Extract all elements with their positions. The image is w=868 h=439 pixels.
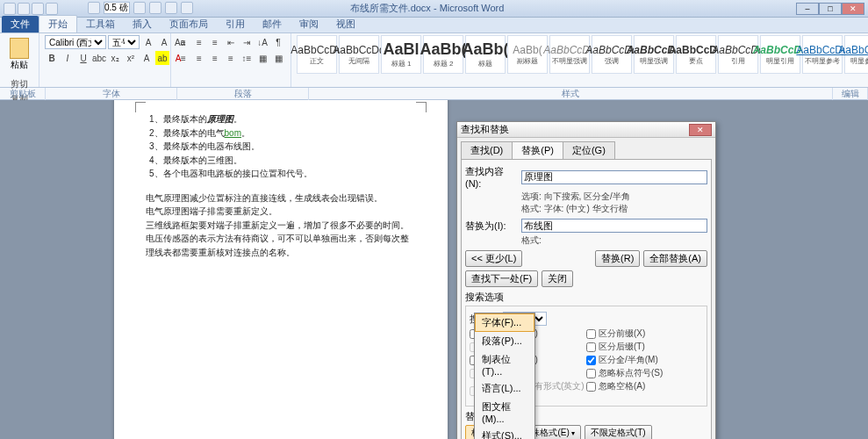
margin-marker-tr [416,102,427,112]
chk-fullhalf[interactable] [586,356,596,365]
qat-btn2[interactable] [133,2,146,14]
tab-insert[interactable]: 插入 [124,16,161,32]
style-nospacing[interactable]: AaBbCcDd无间隔 [339,35,379,74]
menu-tabs[interactable]: 制表位(T)... [475,350,534,379]
ribbon-tabs: 文件 开始 工具箱 插入 页面布局 引用 邮件 审阅 视图 [0,18,868,33]
redo-icon[interactable] [46,3,58,15]
qat [4,3,58,15]
align-justify-icon[interactable]: ≡ [224,51,238,65]
menu-paragraph[interactable]: 段落(P)... [475,332,534,350]
strike-icon[interactable]: abc [92,51,106,65]
style-intense-ref[interactable]: AaBbCcDd明显参考 [844,35,868,74]
tab-review[interactable]: 审阅 [291,16,327,32]
cancel-button[interactable]: 关闭 [542,270,573,287]
list-item: 3、最终版本的电器布线图。 [146,140,416,154]
ribbon-group-labels: 剪贴板 字体 段落 样式 编辑 [0,88,868,100]
qat-btn1[interactable] [88,2,100,14]
sup-icon[interactable]: x² [124,51,138,65]
tab-replace[interactable]: 替换(P) [512,141,563,159]
align-right-icon[interactable]: ≡ [208,51,222,65]
find-next-button[interactable]: 查找下一处(F) [465,270,538,287]
dialog-titlebar[interactable]: 查找和替换 ✕ [457,122,715,138]
replace-one-button[interactable]: 替换(R) [595,250,640,267]
font-size-select[interactable]: 五号 [108,35,140,49]
paste-button[interactable]: 粘贴 [5,35,33,74]
undo-icon[interactable] [32,3,44,15]
find-input[interactable] [521,170,707,184]
style-subtle-ref[interactable]: AaBbCcDd不明显参考 [802,35,843,74]
noformat-button[interactable]: 不限定格式(T) [585,425,652,439]
word-icon[interactable] [4,3,16,15]
replace-input[interactable] [521,219,707,233]
bold-icon[interactable]: B [45,51,59,65]
multilevel-icon[interactable]: ≡ [208,35,222,49]
maximize-button[interactable]: □ [819,3,842,15]
menu-language[interactable]: 语言(L)... [475,379,534,398]
menu-font[interactable]: 字体(F)... [475,313,534,332]
group-paragraph: ≡ ≡ ≡ ⇤ ⇥ ↓A ¶ ≡ ≡ ≡ ≡ ↕≡ ▦ ▦ [171,33,291,87]
style-gallery[interactable]: AaBbCcDd正文 AaBbCcDd无间隔 AaBl标题 1 AaBb(标题 … [297,35,868,74]
tab-home[interactable]: 开始 [39,15,77,32]
chk-suffix[interactable] [586,342,596,352]
indent-dec-icon[interactable]: ⇤ [224,35,238,49]
align-center-icon[interactable]: ≡ [192,51,206,65]
chk-prefix[interactable] [586,329,596,339]
shading-icon[interactable]: ▦ [255,51,269,65]
margin-marker-tl [135,102,146,112]
tab-references[interactable]: 引用 [217,16,254,32]
tab-pagelayout[interactable]: 页面布局 [161,16,217,32]
qat-size-input[interactable] [104,2,130,14]
replace-all-button[interactable]: 全部替换(A) [643,250,707,267]
style-strong[interactable]: AaBbCcDd要点 [676,35,716,74]
style-intense-quote[interactable]: AaBbCcDd明显引用 [760,35,800,74]
menu-frame[interactable]: 图文框(M)... [475,398,534,427]
line-spacing-icon[interactable]: ↕≡ [240,51,254,65]
underline-icon[interactable]: U [76,51,90,65]
show-marks-icon[interactable]: ¶ [271,35,285,49]
sort-icon[interactable]: ↓A [255,35,269,49]
save-icon[interactable] [18,3,30,15]
page[interactable]: 1、最终版本的原理图。 2、最终版本的电气bom。 3、最终版本的电器布线图。 … [114,100,448,439]
minimize-button[interactable]: – [796,3,819,15]
style-title[interactable]: AaBb(标题 [465,35,506,74]
borders-icon[interactable]: ▦ [271,51,285,65]
style-h1[interactable]: AaBl标题 1 [381,35,421,74]
tab-toolbox[interactable]: 工具箱 [77,16,124,32]
doc-list: 1、最终版本的原理图。 2、最终版本的电气bom。 3、最终版本的电器布线图。 … [146,112,416,181]
qat-btn4[interactable] [165,2,177,14]
style-subtitle[interactable]: AaBb(副标题 [507,35,548,74]
list-item: 4、最终版本的三维图。 [146,154,416,168]
dialog-close-button[interactable]: ✕ [689,124,712,136]
paste-icon [10,38,29,59]
tab-view[interactable]: 视图 [327,16,364,32]
replace-label: 替换为(I): [465,220,518,233]
style-normal[interactable]: AaBbCcDd正文 [297,35,337,74]
align-left-icon[interactable]: ≡ [176,51,190,65]
group-font: Calibri (西文 五号 A A Aa B I U abc x₂ x² A … [39,33,171,87]
tab-mailings[interactable]: 邮件 [254,16,291,32]
numbering-icon[interactable]: ≡ [192,35,206,49]
text-effect-icon[interactable]: A [140,51,154,65]
chk-space[interactable] [586,382,596,392]
italic-icon[interactable]: I [61,51,75,65]
qat-btn3[interactable] [149,2,161,14]
dialog-tabs: 查找(D) 替换(P) 定位(G) [461,141,712,159]
grow-font-icon[interactable]: A [141,35,155,49]
shrink-font-icon[interactable]: A [157,35,171,49]
close-button[interactable]: ✕ [842,3,864,15]
font-name-select[interactable]: Calibri (西文 [45,35,106,49]
indent-inc-icon[interactable]: ⇥ [240,35,254,49]
chk-punct[interactable] [586,369,596,378]
tab-goto[interactable]: 定位(G) [563,141,615,159]
sub-icon[interactable]: x₂ [108,51,122,65]
menu-style[interactable]: 样式(S)... [475,427,534,439]
style-subtle-emph[interactable]: AaBbCcDd不明显强调 [549,35,590,74]
paste-label: 粘贴 [11,59,28,71]
highlight-icon[interactable]: ab [155,51,169,65]
style-h2[interactable]: AaBb(标题 2 [423,35,463,74]
tab-find[interactable]: 查找(D) [461,141,513,159]
qat-btn5[interactable] [181,2,193,14]
less-button[interactable]: << 更少(L) [465,250,522,267]
tab-file[interactable]: 文件 [2,16,39,32]
bullets-icon[interactable]: ≡ [176,35,190,49]
